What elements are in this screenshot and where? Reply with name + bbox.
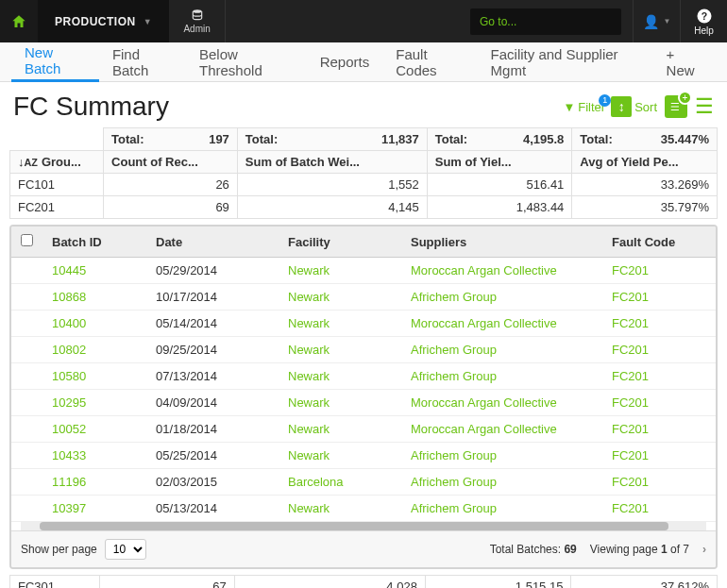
home-icon (10, 13, 27, 30)
select-all-checkbox[interactable] (21, 234, 33, 246)
col-batch-id[interactable]: Batch ID (42, 227, 146, 258)
supplier-link[interactable]: Africhem Group (401, 443, 602, 469)
tab-reports[interactable]: Reports (307, 42, 383, 82)
detail-header-row: Batch ID Date Facility Suppliers Fault C… (11, 227, 716, 258)
facility-link[interactable]: Newark (279, 496, 401, 522)
fault-code-link[interactable]: FC201 (602, 337, 716, 363)
table-row[interactable]: 1058007/13/2014NewarkAfrichem GroupFC201 (11, 363, 716, 390)
supplier-link[interactable]: Moroccan Argan Collective (401, 390, 602, 416)
list-add-icon (669, 100, 683, 113)
add-button[interactable] (665, 95, 687, 118)
supplier-link[interactable]: Moroccan Argan Collective (401, 311, 602, 337)
table-row[interactable]: 1039705/13/2014NewarkAfrichem GroupFC201 (11, 496, 716, 522)
fault-code-link[interactable]: FC201 (602, 443, 716, 469)
next-page-button[interactable]: › (702, 543, 706, 556)
fault-code-link[interactable]: FC201 (602, 469, 716, 496)
supplier-link[interactable]: Africhem Group (401, 496, 602, 522)
table-row[interactable]: 1044505/29/2014NewarkMoroccan Argan Coll… (11, 258, 716, 284)
user-menu[interactable]: 👤 ▼ (633, 0, 680, 42)
table-row[interactable]: 1080209/25/2014NewarkAfrichem GroupFC201 (11, 337, 716, 363)
help-button[interactable]: ? Help (680, 0, 727, 42)
goto-placeholder: Go to... (480, 15, 516, 28)
table-row[interactable]: 1119602/03/2015BarcelonaAfrichem GroupFC… (11, 469, 716, 496)
table-row[interactable]: 1040005/14/2014NewarkMoroccan Argan Coll… (11, 311, 716, 337)
cell-date: 05/13/2014 (146, 496, 279, 522)
fault-code-link[interactable]: FC201 (602, 390, 716, 416)
table-row[interactable]: 1029504/09/2014NewarkMoroccan Argan Coll… (11, 390, 716, 416)
batch-id-link[interactable]: 10052 (42, 416, 146, 443)
goto-search[interactable]: Go to... (470, 8, 621, 35)
batch-id-link[interactable]: 10295 (42, 390, 146, 416)
detail-footer: Show per page 10 Total Batches: 69 Viewi… (11, 530, 716, 567)
supplier-link[interactable]: Africhem Group (401, 469, 602, 496)
filter-label: Filter (578, 100, 605, 114)
tab-fault-codes[interactable]: Fault Codes (382, 42, 477, 82)
facility-link[interactable]: Newark (279, 311, 401, 337)
batch-id-link[interactable]: 10868 (42, 284, 146, 311)
home-button[interactable] (0, 0, 38, 42)
col-facility[interactable]: Facility (279, 227, 401, 258)
facility-link[interactable]: Newark (279, 390, 401, 416)
supplier-link[interactable]: Africhem Group (401, 363, 602, 390)
fault-code-link[interactable]: FC201 (602, 496, 716, 522)
batch-id-link[interactable]: 11196 (42, 469, 146, 496)
summary-table-lower: FC301 67 4,028 1,515.15 37.612% FC401 35… (9, 575, 718, 588)
tab-find-batch[interactable]: Find Batch (99, 42, 186, 82)
viewing-page: Viewing page 1 of 7 (590, 543, 689, 556)
fault-code-link[interactable]: FC201 (602, 416, 716, 443)
fault-code-link[interactable]: FC201 (602, 363, 716, 390)
page-heading-row: FC Summary ▼ Filter ↕ Sort ☰ (0, 82, 727, 127)
cell-date: 05/14/2014 (146, 311, 279, 337)
user-icon: 👤 (643, 14, 659, 29)
table-row[interactable]: 1005201/18/2014NewarkMoroccan Argan Coll… (11, 416, 716, 443)
fault-code-link[interactable]: FC201 (602, 258, 716, 284)
admin-button[interactable]: Admin (169, 0, 226, 42)
batch-id-link[interactable]: 10397 (42, 496, 146, 522)
facility-link[interactable]: Newark (279, 337, 401, 363)
supplier-link[interactable]: Africhem Group (401, 284, 602, 311)
summary-header-row: ↓AZ Grou... Count of Rec... Sum of Batch… (10, 151, 718, 174)
chevron-down-icon: ▼ (664, 17, 671, 25)
horizontal-scrollbar[interactable] (21, 522, 706, 530)
fault-code-link[interactable]: FC201 (602, 311, 716, 337)
summary-row[interactable]: FC301 67 4,028 1,515.15 37.612% (10, 576, 718, 589)
facility-link[interactable]: Newark (279, 258, 401, 284)
fault-code-link[interactable]: FC201 (602, 284, 716, 311)
col-date[interactable]: Date (146, 227, 279, 258)
sort-icon: ↕ (611, 96, 632, 117)
table-row[interactable]: 1043305/25/2014NewarkAfrichem GroupFC201 (11, 443, 716, 469)
supplier-link[interactable]: Moroccan Argan Collective (401, 258, 602, 284)
cell-date: 09/25/2014 (146, 337, 279, 363)
tab-facility-supplier[interactable]: Facility and Supplier Mgmt (478, 42, 653, 82)
filter-button[interactable]: ▼ Filter (563, 100, 605, 114)
summary-totals-row: Total:197 Total:11,837 Total:4,195.8 Tot… (10, 128, 718, 151)
facility-link[interactable]: Newark (279, 284, 401, 311)
summary-row[interactable]: FC201 69 4,145 1,483.44 35.797% (10, 196, 718, 219)
facility-link[interactable]: Barcelona (279, 469, 401, 496)
col-suppliers[interactable]: Suppliers (401, 227, 602, 258)
supplier-link[interactable]: Moroccan Argan Collective (401, 416, 602, 443)
col-fault-code[interactable]: Fault Code (602, 227, 716, 258)
supplier-link[interactable]: Africhem Group (401, 337, 602, 363)
sort-button[interactable]: ↕ Sort (611, 96, 657, 117)
admin-label: Admin (183, 24, 210, 34)
summary-row[interactable]: FC101 26 1,552 516.41 33.269% (10, 174, 718, 196)
batch-id-link[interactable]: 10433 (42, 443, 146, 469)
tab-new[interactable]: + New (653, 42, 716, 82)
tab-new-batch[interactable]: New Batch (11, 42, 99, 82)
facility-link[interactable]: Newark (279, 443, 401, 469)
menu-button[interactable]: ☰ (695, 94, 714, 119)
table-row[interactable]: 1086810/17/2014NewarkAfrichem GroupFC201 (11, 284, 716, 311)
page-size-select[interactable]: 10 (105, 539, 146, 560)
batch-id-link[interactable]: 10400 (42, 311, 146, 337)
facility-link[interactable]: Newark (279, 363, 401, 390)
svg-point-0 (193, 9, 201, 12)
sort-indicator-icon[interactable]: ↓AZ (18, 155, 38, 169)
batch-id-link[interactable]: 10580 (42, 363, 146, 390)
facility-link[interactable]: Newark (279, 416, 401, 443)
environment-dropdown[interactable]: PRODUCTION ▼ (38, 0, 169, 42)
batch-id-link[interactable]: 10445 (42, 258, 146, 284)
batch-id-link[interactable]: 10802 (42, 337, 146, 363)
tab-below-threshold[interactable]: Below Threshold (186, 42, 307, 82)
tabs-bar: New Batch Find Batch Below Threshold Rep… (0, 42, 727, 82)
